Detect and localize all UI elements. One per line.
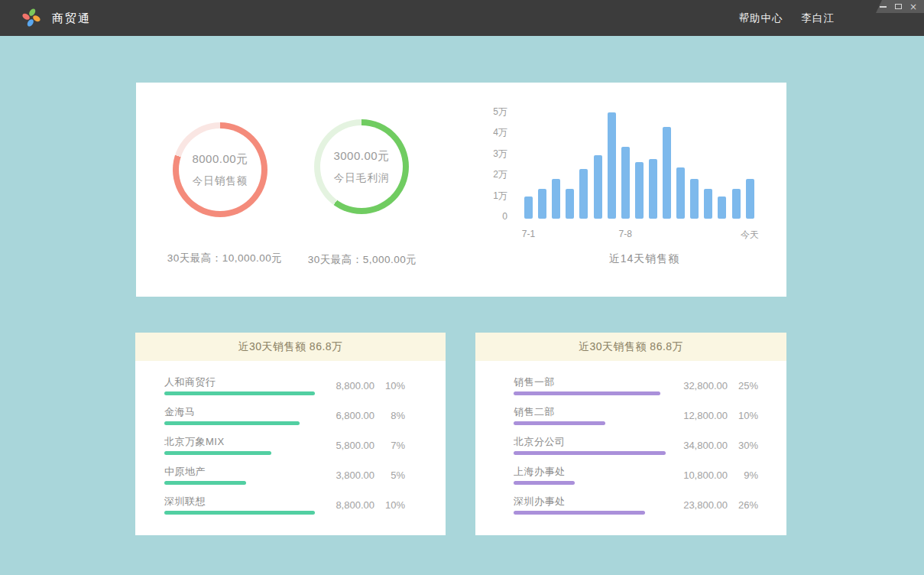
percent: 9% xyxy=(728,469,758,481)
progress-bar xyxy=(164,391,315,395)
department-name: 销售二部 xyxy=(514,406,671,418)
close-button[interactable]: × xyxy=(909,3,917,11)
customer-name: 人和商贸行 xyxy=(164,376,318,388)
percent: 10% xyxy=(374,499,405,511)
titlebar: 商贸通 帮助中心 李白江 × xyxy=(0,0,924,36)
bar xyxy=(663,127,671,219)
window-controls: × xyxy=(876,0,924,13)
customer-name: 北京万象MIX xyxy=(164,436,318,448)
amount: 23,800.00 xyxy=(671,499,728,511)
bar xyxy=(676,167,685,219)
minimize-button[interactable] xyxy=(879,3,887,11)
amount: 8,800.00 xyxy=(318,380,374,391)
bar xyxy=(649,159,657,219)
percent: 10% xyxy=(374,380,405,391)
list-item: 深圳联想 8,800.00 10% xyxy=(164,495,405,515)
app-logo-icon xyxy=(21,7,42,28)
list-item: 金海马 6,800.00 8% xyxy=(164,406,405,425)
close-icon: × xyxy=(909,3,917,11)
department-name: 北京分公司 xyxy=(514,436,671,448)
bars-area xyxy=(524,104,761,219)
today-profit-donut: 3000.00元 今日毛利润 xyxy=(314,119,409,214)
percent: 26% xyxy=(728,499,758,511)
progress-bar xyxy=(514,391,660,395)
customers-list: 人和商贸行 8,800.00 10% 金海马 6,800.00 8% 北京万象M… xyxy=(135,361,446,515)
progress-bar xyxy=(514,421,605,425)
bar xyxy=(621,147,630,219)
bar xyxy=(594,155,602,219)
customer-name: 中原地产 xyxy=(164,466,318,478)
donut-center: 8000.00元 今日销售额 xyxy=(179,128,261,211)
list-item: 销售一部 32,800.00 25% xyxy=(514,376,758,395)
bar xyxy=(718,197,726,219)
bar xyxy=(566,189,574,219)
y-axis-tick-label: 4万 xyxy=(488,126,507,138)
bar xyxy=(746,179,754,219)
list-item: 上海办事处 10,800.00 9% xyxy=(514,466,758,485)
y-axis-tick-label: 1万 xyxy=(488,190,507,202)
amount: 5,800.00 xyxy=(318,440,374,451)
today-profit-label: 今日毛利润 xyxy=(334,171,390,185)
today-sales-label: 今日销售额 xyxy=(193,174,248,188)
customer-name: 金海马 xyxy=(164,406,318,418)
progress-bar xyxy=(164,481,246,485)
today-profit-value: 3000.00元 xyxy=(333,149,389,164)
progress-bar xyxy=(164,451,271,455)
percent: 25% xyxy=(728,380,758,391)
username-link[interactable]: 李白江 xyxy=(802,11,835,25)
list-item: 人和商贸行 8,800.00 10% xyxy=(164,376,405,395)
percent: 5% xyxy=(374,469,405,481)
departments-sales-card: 近30天销售额 86.8万 销售一部 32,800.00 25% 销售二部 12… xyxy=(475,333,786,535)
amount: 12,800.00 xyxy=(671,410,728,421)
chart-title: 近14天销售额 xyxy=(526,252,763,266)
progress-bar xyxy=(514,481,575,485)
amount: 6,800.00 xyxy=(318,410,374,421)
progress-bar xyxy=(164,421,300,425)
amount: 32,800.00 xyxy=(671,380,728,391)
bar xyxy=(732,189,741,219)
donut-center: 3000.00元 今日毛利润 xyxy=(320,125,403,208)
departments-list: 销售一部 32,800.00 25% 销售二部 12,800.00 10% 北京… xyxy=(475,361,786,515)
maximize-icon xyxy=(895,4,902,9)
amount: 3,800.00 xyxy=(318,469,374,481)
x-axis: 7-17-8今天 xyxy=(488,229,778,239)
percent: 30% xyxy=(728,440,758,451)
percent: 8% xyxy=(374,410,405,421)
list-item: 中原地产 3,800.00 5% xyxy=(164,466,405,485)
maximize-button[interactable] xyxy=(894,3,902,11)
bar xyxy=(635,162,644,219)
overview-card: 8000.00元 今日销售额 30天最高：10,000.00元 3000.00元… xyxy=(136,83,786,297)
progress-bar xyxy=(514,451,666,455)
progress-bar xyxy=(514,511,645,515)
list-item: 销售二部 12,800.00 10% xyxy=(514,406,758,425)
list-item: 深圳办事处 23,800.00 26% xyxy=(514,495,758,515)
customers-sales-card: 近30天销售额 86.8万 人和商贸行 8,800.00 10% 金海马 6,8… xyxy=(135,333,446,535)
amount: 8,800.00 xyxy=(318,499,374,511)
amount: 34,800.00 xyxy=(671,440,728,451)
app-title: 商贸通 xyxy=(52,0,91,36)
today-sales-value: 8000.00元 xyxy=(192,152,248,167)
x-axis-tick-label: 7-1 xyxy=(522,229,535,239)
department-name: 销售一部 xyxy=(514,376,671,388)
profit-30d-max-note: 30天最高：5,000.00元 xyxy=(274,253,451,267)
progress-bar xyxy=(164,511,315,515)
x-axis-tick-label: 7-8 xyxy=(619,229,632,239)
help-center-link[interactable]: 帮助中心 xyxy=(739,11,783,25)
card-title: 近30天销售额 86.8万 xyxy=(135,333,446,361)
sales-14d-bar-chart: 5万4万3万2万1万0 7-17-8今天 近14天销售额 xyxy=(488,104,778,295)
list-item: 北京万象MIX 5,800.00 7% xyxy=(164,436,405,455)
titlebar-links: 帮助中心 李白江 xyxy=(739,0,835,36)
amount: 10,800.00 xyxy=(671,469,728,481)
card-title: 近30天销售额 86.8万 xyxy=(475,333,786,361)
y-axis-tick-label: 3万 xyxy=(488,148,507,160)
bar xyxy=(579,169,588,219)
x-axis-tick-label: 今天 xyxy=(741,229,759,242)
today-sales-donut: 8000.00元 今日销售额 xyxy=(173,122,267,217)
customer-name: 深圳联想 xyxy=(164,495,318,508)
bar xyxy=(690,179,699,219)
bar xyxy=(704,189,712,219)
y-axis-tick-label: 2万 xyxy=(488,168,507,180)
bar xyxy=(538,189,546,219)
department-name: 上海办事处 xyxy=(514,466,671,478)
percent: 7% xyxy=(374,440,405,451)
